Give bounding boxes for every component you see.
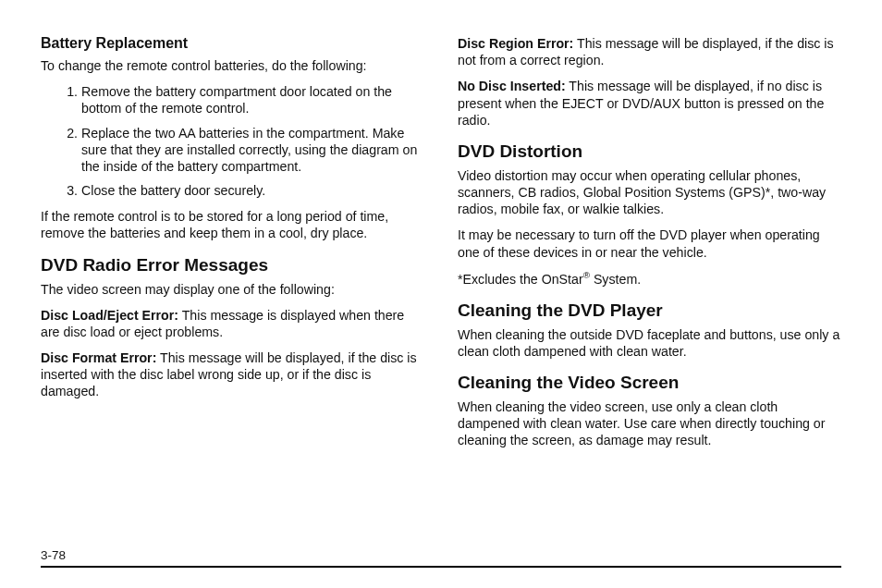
error-lead: Disc Load/Eject Error: — [41, 308, 178, 323]
error-item: No Disc Inserted: This message will be d… — [458, 78, 841, 129]
errors-intro: The video screen may display one of the … — [41, 281, 424, 298]
error-item: Disc Region Error: This message will be … — [458, 35, 841, 68]
heading-dvd-distortion: DVD Distortion — [458, 141, 841, 162]
battery-intro: To change the remote control batteries, … — [41, 57, 424, 74]
error-lead: Disc Format Error: — [41, 350, 156, 365]
error-lead: Disc Region Error: — [458, 36, 573, 51]
distortion-note: *Excludes the OnStar® System. — [458, 270, 841, 288]
error-item: Disc Load/Eject Error: This message is d… — [41, 307, 424, 340]
right-column: Disc Region Error: This message will be … — [458, 35, 841, 458]
error-lead: No Disc Inserted: — [458, 79, 566, 93]
battery-step: Close the battery door securely. — [81, 182, 424, 199]
battery-outro: If the remote control is to be stored fo… — [41, 208, 424, 241]
distortion-paragraph: Video distortion may occur when operatin… — [458, 167, 841, 218]
distortion-note-prefix: *Excludes the OnStar — [458, 271, 583, 286]
two-column-layout: Battery Replacement To change the remote… — [41, 35, 841, 458]
page-footer: 3-78 — [41, 565, 841, 568]
heading-dvd-radio-error-messages: DVD Radio Error Messages — [41, 255, 424, 276]
page-number: 3-78 — [41, 548, 841, 562]
battery-step: Remove the battery compartment door loca… — [81, 83, 424, 116]
manual-page: Battery Replacement To change the remote… — [0, 0, 882, 588]
error-item: Disc Format Error: This message will be … — [41, 349, 424, 400]
distortion-paragraph: It may be necessary to turn off the DVD … — [458, 227, 841, 260]
distortion-note-suffix: System. — [590, 271, 641, 286]
footer-rule — [41, 566, 841, 568]
left-column: Battery Replacement To change the remote… — [41, 35, 424, 458]
battery-step: Replace the two AA batteries in the comp… — [81, 125, 424, 176]
clean-player-text: When cleaning the outside DVD faceplate … — [458, 326, 841, 360]
clean-screen-text: When cleaning the video screen, use only… — [458, 398, 841, 449]
heading-cleaning-video-screen: Cleaning the Video Screen — [458, 373, 841, 393]
battery-steps-list: Remove the battery compartment door loca… — [41, 83, 424, 199]
registered-trademark-icon: ® — [583, 270, 590, 280]
heading-cleaning-dvd-player: Cleaning the DVD Player — [458, 300, 841, 321]
heading-battery-replacement: Battery Replacement — [41, 35, 424, 52]
